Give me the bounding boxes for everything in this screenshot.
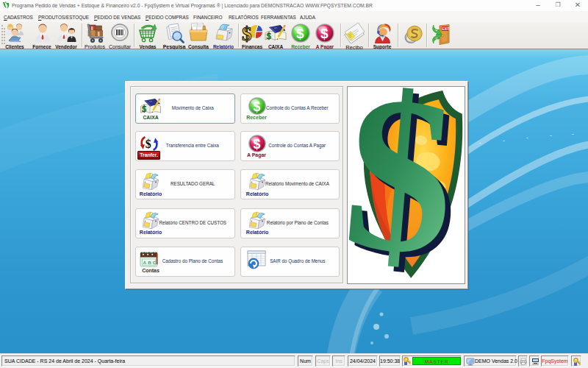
svg-text:$: $ (267, 30, 272, 41)
svg-text:EXIT: EXIT (442, 27, 450, 31)
svg-text:$: $ (253, 99, 260, 113)
svg-text:$: $ (348, 87, 464, 283)
svg-text:$: $ (242, 23, 252, 43)
svg-text:$: $ (320, 26, 329, 41)
svg-text:ABC: ABC (143, 260, 158, 265)
svg-text:$: $ (146, 138, 151, 150)
svg-text:$: $ (253, 136, 260, 151)
svg-text:$: $ (142, 103, 146, 113)
svg-text:$: $ (296, 26, 304, 41)
